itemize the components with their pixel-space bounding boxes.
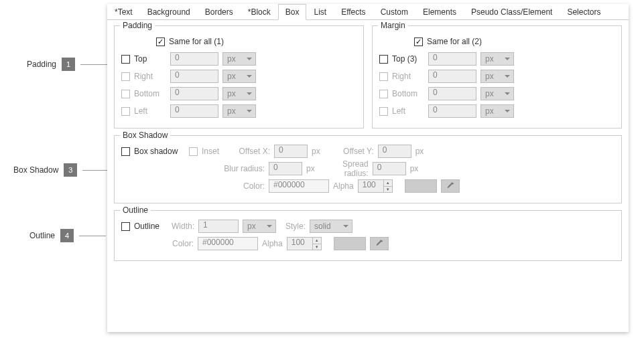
color-picker-button[interactable] <box>370 237 389 250</box>
tab-borders[interactable]: Borders <box>198 4 241 19</box>
chevron-down-icon <box>247 92 252 95</box>
tab-effects[interactable]: Effects <box>334 4 373 19</box>
box-shadow-row2: Blur radius: 0 px Spread radius: 0 px <box>121 161 615 176</box>
tab-background[interactable]: Background <box>140 4 198 19</box>
padding-same-for-all-checkbox[interactable] <box>156 37 165 46</box>
spinner-buttons[interactable]: ▲▼ <box>383 179 393 193</box>
callout-line <box>80 64 107 65</box>
outline-checkbox[interactable] <box>121 222 130 231</box>
margin-bottom-unit-select[interactable]: px <box>480 87 514 100</box>
padding-right-row: Right0px <box>121 69 357 84</box>
margin-bottom-input[interactable]: 0 <box>428 87 476 100</box>
outline-alpha-spinner[interactable]: 100 ▲▼ <box>287 237 322 250</box>
padding-right-input[interactable]: 0 <box>170 70 218 83</box>
margin-top-row: Top (3)0px <box>379 52 615 66</box>
box-shadow-row1: Box shadow Inset Offset X: 0 px Offset Y… <box>121 144 615 159</box>
callout-box-shadow: Box Shadow 3 <box>13 163 109 177</box>
blur-label: Blur radius: <box>223 164 265 173</box>
padding-left-input[interactable]: 0 <box>170 104 218 118</box>
margin-left-input[interactable]: 0 <box>428 104 476 118</box>
select-value: solid <box>314 222 331 231</box>
blur-unit: px <box>306 164 315 173</box>
tab-pseudo-class-element[interactable]: Pseudo Class/Element <box>464 4 560 19</box>
box-shadow-label: Box shadow <box>134 147 185 156</box>
outline-group: Outline Outline Width: 1 px Style: solid <box>114 210 622 261</box>
padding-bottom-unit-select[interactable]: px <box>222 87 256 100</box>
margin-right-checkbox[interactable] <box>379 72 388 81</box>
callout-label: Box Shadow <box>13 165 58 175</box>
chevron-down-icon <box>343 225 348 228</box>
margin-left-unit-select[interactable]: px <box>480 104 514 118</box>
tab--block[interactable]: *Block <box>241 4 278 19</box>
box-shadow-row3: Color: #000000 Alpha 100 ▲▼ <box>121 179 615 193</box>
margin-right-unit-select[interactable]: px <box>480 70 514 83</box>
inset-checkbox[interactable] <box>189 147 198 156</box>
chevron-down-icon <box>247 75 252 78</box>
padding-top-label: Top <box>134 54 166 64</box>
padding-bottom-checkbox[interactable] <box>121 90 130 98</box>
padding-left-unit-select[interactable]: px <box>222 104 256 118</box>
select-value: px <box>247 222 256 231</box>
select-value: px <box>485 72 494 81</box>
chevron-down-icon <box>247 58 252 60</box>
margin-bottom-checkbox[interactable] <box>379 90 388 98</box>
padding-bottom-row: Bottom0px <box>121 86 357 101</box>
margin-right-input[interactable]: 0 <box>428 70 476 83</box>
tab-custom[interactable]: Custom <box>373 4 415 19</box>
spread-input[interactable]: 0 <box>373 162 406 175</box>
chevron-down-icon <box>505 92 510 95</box>
outline-color-swatch[interactable] <box>334 237 366 250</box>
tab-box[interactable]: Box <box>278 4 307 20</box>
offset-x-input[interactable]: 0 <box>274 145 308 158</box>
margin-top-checkbox[interactable] <box>379 55 388 64</box>
tab--text[interactable]: *Text <box>107 4 140 19</box>
outline-row1: Outline Width: 1 px Style: solid <box>121 219 615 234</box>
padding-bottom-input[interactable]: 0 <box>170 87 218 100</box>
tab-elements[interactable]: Elements <box>415 4 464 19</box>
shadow-alpha-label: Alpha <box>333 181 354 191</box>
padding-top-unit-select[interactable]: px <box>222 52 256 66</box>
outline-style-select[interactable]: solid <box>310 220 352 233</box>
box-shadow-group: Box Shadow Box shadow Inset Offset X: 0 … <box>114 135 622 203</box>
offset-x-unit: px <box>312 147 320 156</box>
chevron-down-icon <box>505 75 510 78</box>
color-picker-button[interactable] <box>441 179 460 193</box>
chevron-down-icon <box>505 58 510 60</box>
margin-left-checkbox[interactable] <box>379 107 388 116</box>
margin-bottom-row: Bottom0px <box>379 86 615 101</box>
callout-line <box>79 236 106 236</box>
spinner-buttons[interactable]: ▲▼ <box>312 237 322 250</box>
margin-top-input[interactable]: 0 <box>428 52 476 66</box>
callout-label: Padding <box>27 60 56 69</box>
outline-width-input[interactable]: 1 <box>198 220 239 233</box>
margin-top-unit-select[interactable]: px <box>480 52 514 66</box>
padding-left-checkbox[interactable] <box>121 107 130 116</box>
shadow-alpha-input[interactable]: 100 <box>358 179 383 193</box>
offset-y-input[interactable]: 0 <box>378 145 411 158</box>
shadow-color-swatch[interactable] <box>405 179 437 193</box>
tab-list[interactable]: List <box>306 4 334 19</box>
callout-outline: Outline 4 <box>29 229 106 242</box>
padding-same-for-all-label: Same for all (1) <box>169 37 224 46</box>
padding-top-input[interactable]: 0 <box>170 52 218 66</box>
padding-top-checkbox[interactable] <box>121 55 130 64</box>
shadow-alpha-spinner[interactable]: 100 ▲▼ <box>358 179 393 193</box>
chevron-down-icon <box>247 110 252 112</box>
box-shadow-checkbox[interactable] <box>121 147 130 156</box>
margin-bottom-label: Bottom <box>392 89 424 98</box>
outline-alpha-input[interactable]: 100 <box>287 237 312 250</box>
shadow-color-input[interactable]: #000000 <box>269 179 329 193</box>
spread-unit: px <box>410 164 419 173</box>
margin-same-for-all-checkbox[interactable] <box>414 37 423 46</box>
tab-selectors[interactable]: Selectors <box>560 4 608 19</box>
padding-right-unit-select[interactable]: px <box>222 70 256 83</box>
select-value: px <box>485 89 494 98</box>
callout-padding: Padding 1 <box>27 58 107 71</box>
padding-right-checkbox[interactable] <box>121 72 130 81</box>
outline-width-unit-select[interactable]: px <box>243 220 276 233</box>
callout-number: 4 <box>60 229 74 242</box>
blur-input[interactable]: 0 <box>269 162 302 175</box>
select-value: px <box>227 106 236 116</box>
outline-color-input[interactable]: #000000 <box>198 237 258 250</box>
margin-top-label: Top (3) <box>392 54 424 64</box>
